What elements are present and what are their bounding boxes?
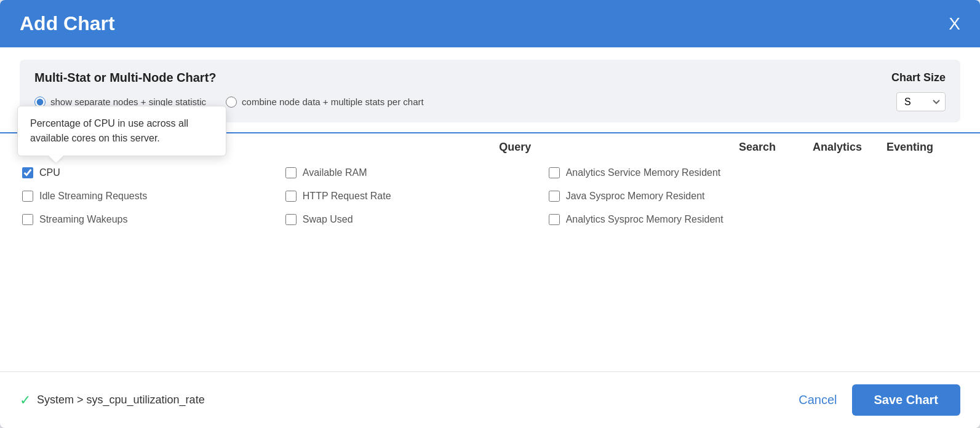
cancel-button[interactable]: Cancel [799,393,837,407]
streaming-wakeups-label: Streaming Wakeups [39,214,127,225]
chart-size-label: Chart Size [891,71,946,84]
save-chart-button[interactable]: Save Chart [852,384,961,416]
stats-section: Query Search Analytics Eventing CPU Idle… [20,133,960,371]
stats-col2: Available RAM HTTP Request Rate Swap Use… [283,161,546,231]
selected-stat-text: System > sys_cpu_utilization_rate [37,394,205,406]
footer-actions: Cancel Save Chart [799,384,960,416]
tooltip-text: Percentage of CPU in use across all avai… [30,118,188,143]
radio-option-multi[interactable]: combine node data + multiple stats per c… [226,97,424,108]
list-item[interactable]: Available RAM [283,161,546,184]
cpu-checkbox[interactable] [22,167,33,178]
tooltip-overlay: Percentage of CPU in use across all avai… [17,106,226,156]
add-chart-dialog: Add Chart X Multi-Stat or Multi-Node Cha… [0,0,980,428]
analytics-memory-checkbox[interactable] [549,167,560,178]
radio-multi-label: combine node data + multiple stats per c… [242,97,424,107]
swap-used-label: Swap Used [303,214,353,225]
selected-stat: ✓ System > sys_cpu_utilization_rate [20,392,205,408]
analytics-sysproc-label: Analytics Sysproc Memory Resident [566,214,723,225]
list-item[interactable]: Streaming Wakeups [20,208,283,231]
chart-type-title: Multi-Stat or Multi-Node Chart? [34,71,217,85]
check-icon: ✓ [20,392,31,408]
streaming-wakeups-checkbox[interactable] [22,214,33,225]
stats-col1: CPU Idle Streaming Requests Streaming Wa… [20,161,283,231]
analytics-memory-label: Analytics Service Memory Resident [566,167,721,178]
dialog-footer: ✓ System > sys_cpu_utilization_rate Canc… [0,371,980,428]
chart-size-select[interactable]: S M L [896,92,946,111]
http-request-label: HTTP Request Rate [303,191,391,202]
col-header-eventing: Eventing [886,138,960,156]
col-header-analytics: Analytics [813,138,886,156]
cpu-label: CPU [39,167,60,178]
java-sysproc-checkbox[interactable] [549,191,560,202]
idle-streaming-checkbox[interactable] [22,191,33,202]
java-sysproc-label: Java Sysproc Memory Resident [566,191,705,202]
list-item[interactable]: Java Sysproc Memory Resident [546,184,862,208]
tooltip-box: Percentage of CPU in use across all avai… [17,106,226,156]
list-item[interactable]: Analytics Service Memory Resident [546,161,862,184]
dialog-title: Add Chart [20,12,115,35]
size-select-wrapper: S M L [896,92,946,111]
stats-col3: Analytics Service Memory Resident Java S… [546,161,862,231]
available-ram-label: Available RAM [303,167,367,178]
dialog-header: Add Chart X [0,0,980,47]
idle-streaming-label: Idle Streaming Requests [39,191,147,202]
swap-used-checkbox[interactable] [285,214,297,225]
list-item[interactable]: Analytics Sysproc Memory Resident [546,208,862,231]
list-item[interactable]: CPU [20,161,283,184]
col-header-2 [260,138,500,156]
list-item[interactable]: Swap Used [283,208,546,231]
list-item[interactable]: HTTP Request Rate [283,184,546,208]
available-ram-checkbox[interactable] [285,167,297,178]
list-item[interactable]: Idle Streaming Requests [20,184,283,208]
stats-col-xdcr [911,161,960,231]
http-request-checkbox[interactable] [285,191,297,202]
analytics-sysproc-checkbox[interactable] [549,214,560,225]
radio-multi[interactable] [226,97,237,108]
close-button[interactable]: X [949,15,960,33]
chart-type-title-row: Multi-Stat or Multi-Node Chart? Chart Si… [34,71,946,85]
stats-col-eventing [862,161,911,231]
col-header-search: Search [739,138,813,156]
dialog-body: Multi-Stat or Multi-Node Chart? Chart Si… [0,47,980,371]
col-header-query: Query [499,138,739,156]
